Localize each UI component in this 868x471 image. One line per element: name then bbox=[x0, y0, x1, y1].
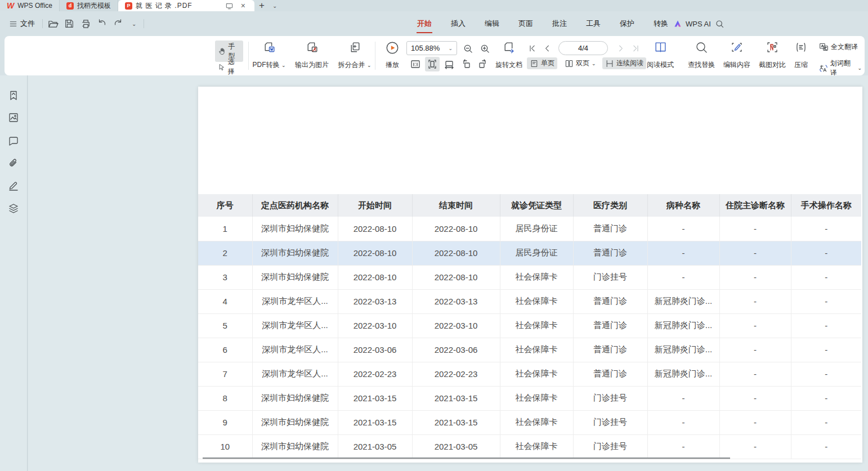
divider bbox=[42, 19, 43, 28]
fit-width-button[interactable] bbox=[442, 57, 457, 71]
close-tab-icon[interactable]: × bbox=[239, 1, 248, 10]
undo-icon[interactable] bbox=[96, 17, 108, 30]
previous-page-button[interactable] bbox=[540, 41, 554, 56]
zoom-value: 105.88% bbox=[411, 44, 440, 52]
comments-panel-icon[interactable] bbox=[7, 134, 20, 148]
table-body: 1深圳市妇幼保健院2022-08-102022-08-10居民身份证普通门诊--… bbox=[198, 217, 861, 459]
table-cell: 5 bbox=[198, 313, 252, 338]
full-text-translate-button[interactable]: 全文翻译 bbox=[816, 41, 861, 53]
menu-item-3[interactable]: 页面 bbox=[518, 16, 534, 31]
menu-item-7[interactable]: 转换 bbox=[653, 16, 669, 31]
thumbnail-panel-icon[interactable] bbox=[7, 111, 20, 124]
layers-panel-icon[interactable] bbox=[7, 201, 20, 215]
export-as-image-button[interactable]: 输出为图片 bbox=[290, 39, 333, 72]
table-row[interactable]: 8深圳市妇幼保健院2021-03-152021-03-15社会保障卡门诊挂号--… bbox=[198, 386, 861, 410]
table-cell: 门诊挂号 bbox=[573, 410, 647, 434]
edit-content-button[interactable]: 编辑内容 bbox=[719, 39, 754, 72]
document-canvas[interactable]: 序号定点医药机构名称开始时间结束时间就诊凭证类型医疗类别病种名称住院主诊断名称手… bbox=[28, 75, 868, 471]
attachments-panel-icon[interactable] bbox=[7, 156, 20, 170]
select-tool-label: 选择 bbox=[228, 57, 240, 77]
single-page-button[interactable]: 单页 bbox=[527, 57, 557, 69]
tab-list-chevron-icon[interactable]: ⌄ bbox=[269, 0, 280, 11]
table-cell: 门诊挂号 bbox=[573, 434, 647, 459]
table-cell: - bbox=[791, 338, 861, 362]
table-cell: 2021-03-15 bbox=[338, 386, 412, 410]
menu-item-2[interactable]: 编辑 bbox=[484, 16, 500, 31]
print-icon[interactable] bbox=[79, 17, 92, 30]
table-cell: - bbox=[719, 410, 791, 434]
table-row[interactable]: 9深圳市妇幼保健院2021-03-152021-03-15社会保障卡门诊挂号--… bbox=[198, 410, 861, 434]
screenshot-compare-icon bbox=[766, 41, 779, 54]
wps-ai-button[interactable]: WPS AI bbox=[673, 11, 711, 36]
tab-wps-office[interactable]: W WPS Office bbox=[0, 0, 60, 11]
read-mode-button[interactable]: 阅读模式 bbox=[643, 39, 678, 72]
menu-item-6[interactable]: 保护 bbox=[619, 16, 635, 31]
table-cell: 新冠肺炎门诊... bbox=[647, 313, 719, 338]
split-merge-button[interactable]: 拆分合并 ⌄ bbox=[333, 39, 376, 72]
redo-icon[interactable] bbox=[112, 17, 124, 30]
open-file-icon[interactable] bbox=[47, 17, 59, 30]
table-row[interactable]: 1深圳市妇幼保健院2022-08-102022-08-10居民身份证普通门诊--… bbox=[198, 217, 861, 241]
menu-item-4[interactable]: 批注 bbox=[552, 16, 567, 31]
double-page-label: 双页 bbox=[576, 59, 589, 68]
rotate-left-button[interactable] bbox=[459, 57, 473, 71]
zoom-level-select[interactable]: 105.88% ⌄ bbox=[406, 41, 457, 55]
tab-label: 找稻壳模板 bbox=[77, 1, 111, 11]
table-cell: 2022-08-10 bbox=[412, 265, 500, 289]
signature-pen-icon[interactable] bbox=[7, 179, 20, 192]
new-tab-button[interactable]: + bbox=[254, 0, 269, 11]
table-cell: 新冠肺炎门诊... bbox=[647, 362, 719, 386]
zoom-in-button[interactable] bbox=[477, 41, 492, 56]
wps-ai-label: WPS AI bbox=[686, 20, 711, 28]
table-row[interactable]: 5深圳市龙华区人...2022-03-102022-03-10社会保障卡普通门诊… bbox=[198, 313, 861, 338]
rotate-right-button[interactable] bbox=[476, 57, 490, 71]
next-page-button[interactable] bbox=[614, 41, 628, 56]
table-cell: 社会保障卡 bbox=[500, 313, 573, 338]
table-row[interactable]: 7深圳市龙华区人...2022-02-232022-02-23社会保障卡普通门诊… bbox=[198, 362, 861, 386]
menu-item-1[interactable]: 插入 bbox=[450, 16, 466, 31]
actual-size-button[interactable] bbox=[408, 57, 423, 71]
continuous-read-button[interactable]: 连续阅读 bbox=[602, 57, 646, 69]
file-menu-button[interactable]: 文件 bbox=[6, 17, 38, 30]
table-cell: 2022-08-10 bbox=[338, 241, 412, 265]
table-cell: 2022-03-06 bbox=[412, 338, 500, 362]
tab-docer-templates[interactable]: d 找稻壳模板 bbox=[60, 0, 118, 11]
table-cell: 社会保障卡 bbox=[500, 338, 573, 362]
pdf-convert-button[interactable]: PDF转换 ⌄ bbox=[248, 39, 290, 72]
table-cell: - bbox=[791, 289, 861, 313]
ribbon-search-icon[interactable] bbox=[715, 11, 724, 36]
table-row[interactable]: 2深圳市妇幼保健院2022-08-102022-08-10居民身份证普通门诊--… bbox=[198, 241, 861, 265]
horizontal-scrollbar[interactable] bbox=[203, 457, 730, 459]
table-row[interactable]: 6深圳市龙华区人...2022-03-062022-03-06社会保障卡普通门诊… bbox=[198, 338, 861, 362]
table-row[interactable]: 4深圳市龙华区人...2022-03-132022-03-13社会保障卡普通门诊… bbox=[198, 289, 861, 313]
double-page-button[interactable]: 双页 ⌄ bbox=[562, 57, 599, 69]
table-row[interactable]: 3深圳市妇幼保健院2022-08-102022-08-10社会保障卡门诊挂号--… bbox=[198, 265, 861, 289]
select-tool-button[interactable]: 选择 bbox=[215, 56, 243, 78]
menu-item-5[interactable]: 工具 bbox=[585, 16, 601, 31]
table-cell: 2022-02-23 bbox=[412, 362, 500, 386]
last-page-button[interactable] bbox=[628, 41, 643, 56]
save-icon[interactable] bbox=[63, 17, 75, 30]
fit-page-button[interactable] bbox=[425, 57, 440, 71]
tab-document[interactable]: P 就 医 记 录 .PDF × bbox=[118, 0, 254, 11]
table-cell: 7 bbox=[198, 362, 252, 386]
find-replace-button[interactable]: 查找替换 bbox=[684, 39, 719, 72]
cursor-icon bbox=[218, 63, 226, 71]
compress-button[interactable]: 压缩 bbox=[789, 39, 813, 72]
table-cell: 普通门诊 bbox=[573, 362, 647, 386]
quickbar-chevron-icon[interactable]: ⌄ bbox=[128, 21, 140, 27]
full-translate-icon bbox=[819, 42, 829, 52]
table-row[interactable]: 10深圳市妇幼保健院2021-03-052021-03-05社会保障卡门诊挂号-… bbox=[198, 434, 861, 459]
page-number-input[interactable] bbox=[558, 41, 608, 55]
first-page-button[interactable] bbox=[525, 41, 540, 56]
enter-fullscreen-icon[interactable] bbox=[223, 2, 235, 10]
rotate-document-button[interactable]: 旋转文档 bbox=[491, 39, 526, 72]
zoom-out-button[interactable] bbox=[460, 41, 475, 56]
bookmark-icon[interactable] bbox=[7, 89, 20, 102]
docer-icon: d bbox=[66, 2, 74, 10]
play-button[interactable]: 播放 bbox=[376, 39, 409, 72]
menu-item-0[interactable]: 开始 bbox=[417, 16, 432, 31]
screenshot-compare-button[interactable]: 截图对比 bbox=[755, 39, 790, 72]
table-cell: - bbox=[647, 386, 719, 410]
table-cell: - bbox=[791, 241, 861, 265]
